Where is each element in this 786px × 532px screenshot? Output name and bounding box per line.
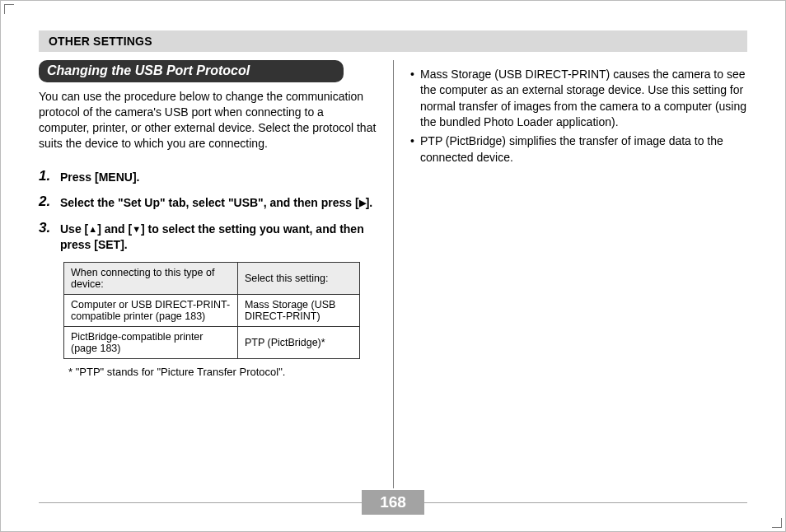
right-column: Mass Storage (USB DIRECT-PRINT) causes t… (394, 60, 747, 488)
step-text: Use [ (60, 222, 88, 236)
section-title: Changing the USB Port Protocol (39, 60, 344, 82)
step-body: Use [▲] and [▼] to select the setting yo… (60, 220, 377, 254)
left-column: Changing the USB Port Protocol You can u… (39, 60, 393, 488)
steps-list: 1. Press [MENU]. 2. Select the "Set Up" … (39, 168, 377, 254)
header-banner: OTHER SETTINGS (39, 30, 747, 52)
table-cell: Mass Storage (USB DIRECT-PRINT) (237, 294, 359, 326)
step-number: 2. (39, 194, 60, 212)
step-2: 2. Select the "Set Up" tab, select "USB"… (39, 194, 377, 212)
crop-mark-br (772, 518, 782, 528)
step-text: Select the "Set Up" tab, select "USB", a… (60, 196, 359, 209)
settings-table: When connecting to this type of device: … (63, 262, 360, 359)
step-body: Select the "Set Up" tab, select "USB", a… (60, 194, 372, 212)
step-body: Press [MENU]. (60, 168, 139, 186)
crop-mark-tl (4, 4, 14, 14)
table-header-cell: When connecting to this type of device: (64, 262, 238, 294)
table-cell: Computer or USB DIRECT-PRINT-compatible … (64, 294, 238, 326)
table-cell: PTP (PictBridge)* (237, 326, 359, 358)
step-text: ]. (366, 196, 373, 209)
table-cell: PictBridge-compatible printer (page 183) (64, 326, 238, 358)
list-item: PTP (PictBridge) simplifies the transfer… (410, 133, 747, 166)
content-columns: Changing the USB Port Protocol You can u… (39, 60, 747, 488)
up-arrow-icon: ▲ (88, 223, 97, 236)
intro-paragraph: You can use the procedure below to chang… (39, 89, 377, 152)
table-header-row: When connecting to this type of device: … (64, 262, 360, 294)
page-number: 168 (362, 490, 424, 515)
list-item: Mass Storage (USB DIRECT-PRINT) causes t… (410, 67, 747, 130)
table-row: PictBridge-compatible printer (page 183)… (64, 326, 360, 358)
step-text: ] and [ (97, 222, 132, 236)
page-number-wrap: 168 (1, 490, 785, 515)
footnote: * "PTP" stands for "Picture Transfer Pro… (68, 366, 377, 378)
down-arrow-icon: ▼ (132, 223, 141, 236)
header-title: OTHER SETTINGS (49, 35, 737, 48)
table-row: Computer or USB DIRECT-PRINT-compatible … (64, 294, 360, 326)
table-header-cell: Select this setting: (237, 262, 359, 294)
step-1: 1. Press [MENU]. (39, 168, 377, 186)
manual-page: OTHER SETTINGS Changing the USB Port Pro… (0, 0, 786, 532)
step-3: 3. Use [▲] and [▼] to select the setting… (39, 220, 377, 254)
right-arrow-icon: ▶ (359, 197, 366, 209)
bullet-list: Mass Storage (USB DIRECT-PRINT) causes t… (410, 67, 747, 166)
step-number: 3. (39, 220, 60, 254)
step-number: 1. (39, 168, 60, 186)
